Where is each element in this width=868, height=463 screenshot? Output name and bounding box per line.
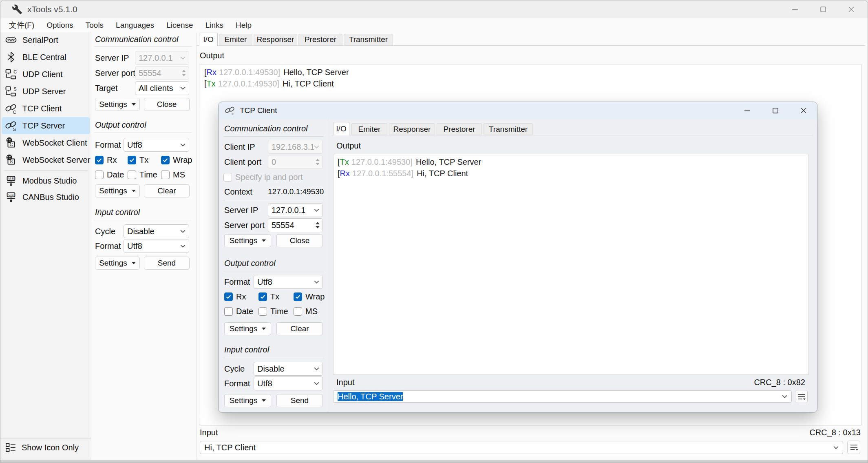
menu-item-file[interactable]: 文件(F) (3, 18, 40, 32)
section-heading-communication: Communication control (224, 124, 308, 133)
clear-button[interactable]: Clear (144, 184, 190, 197)
specify-ip-port-checkbox[interactable]: Specify ip and port (223, 172, 303, 182)
tab-transmitter[interactable]: Transmitter (344, 34, 393, 45)
date-checkbox[interactable]: Date (224, 306, 253, 317)
output-textarea[interactable]: [Tx127.0.0.1:49530]Hello, TCP Server [Rx… (333, 154, 809, 375)
divider (94, 220, 192, 220)
child-maximize-button[interactable] (766, 104, 785, 117)
tab-io[interactable]: I/O (199, 33, 218, 46)
clear-button[interactable]: Clear (276, 322, 323, 335)
spinner-arrows-icon[interactable] (314, 222, 321, 228)
server-ip-label: Server IP (95, 51, 129, 65)
sidebar-item-tcp-server[interactable]: S TCP Server (2, 117, 90, 134)
target-combobox[interactable]: All clients (135, 81, 189, 95)
menu-item-license[interactable]: License (160, 18, 199, 32)
sidebar-item-label: CANBus Studio (22, 193, 79, 202)
tab-emiter[interactable]: Emiter (219, 34, 252, 45)
sidebar-item-canbus-studio[interactable]: C.B CANBus Studio (2, 189, 90, 205)
child-window-title: TCP Client (240, 102, 277, 119)
child-close-button[interactable] (794, 104, 813, 117)
ms-checkbox[interactable]: MS (161, 169, 185, 180)
server-ip-combobox[interactable]: 127.0.0.1 (268, 203, 323, 217)
output-format-combobox[interactable]: Utf8 (254, 275, 323, 289)
input-settings-button[interactable]: Settings (95, 257, 140, 270)
time-checkbox[interactable]: Time (128, 169, 157, 180)
wrap-checkbox[interactable]: Wrap (161, 155, 192, 165)
spinner-arrows-icon[interactable] (181, 70, 187, 76)
comm-settings-button[interactable]: Settings (224, 234, 271, 247)
close-server-button[interactable]: Close (144, 98, 190, 111)
server-ip-combobox[interactable]: 127.0.0.1 (135, 51, 189, 65)
tab-responser[interactable]: Responser (389, 123, 435, 135)
websocket-server-icon: S (5, 154, 17, 166)
sidebar-item-ble-central[interactable]: BLE Central (2, 49, 90, 66)
send-button[interactable]: Send (144, 257, 190, 270)
client-port-spinbox[interactable]: 0 (268, 155, 323, 169)
input-menu-button[interactable] (795, 390, 808, 403)
divider (223, 358, 324, 358)
output-line: [Tx127.0.0.1:49530]Hi, TCP Client (204, 78, 857, 89)
time-checkbox[interactable]: Time (258, 306, 288, 317)
tab-prestorer[interactable]: Prestorer (437, 123, 482, 135)
show-icon-only-toggle[interactable]: Show Icon Only (0, 439, 91, 456)
hamburger-menu-icon (850, 444, 858, 451)
splitter-handle[interactable] (328, 119, 328, 413)
sidebar-item-modbus-studio[interactable]: M.B Modbus Studio (2, 173, 90, 189)
server-port-spinbox[interactable]: 55554 (135, 66, 189, 80)
tx-checkbox[interactable]: Tx (128, 155, 148, 165)
spinner-arrows-icon[interactable] (314, 159, 321, 165)
cycle-combobox[interactable]: Disable (124, 224, 189, 238)
tab-responser[interactable]: Responser (254, 34, 297, 45)
input-format-label: Format (95, 239, 121, 253)
divider (223, 136, 324, 137)
input-format-combobox[interactable]: Utf8 (254, 377, 323, 390)
menu-item-links[interactable]: Links (199, 18, 230, 32)
tab-transmitter[interactable]: Transmitter (484, 123, 533, 135)
sidebar-item-udp-client[interactable]: C UDP Client (2, 66, 90, 83)
child-minimize-button[interactable] (738, 104, 757, 117)
tab-io[interactable]: I/O (333, 122, 349, 135)
sidebar-item-websocket-client[interactable]: C WebSocket Client (2, 134, 90, 151)
svg-text:S: S (10, 159, 13, 164)
selected-text: Hello, TCP Server (338, 392, 403, 401)
serial-port-icon (5, 34, 17, 46)
input-label: Input (200, 426, 218, 439)
sidebar-item-tcp-client[interactable]: C TCP Client (2, 100, 90, 117)
tab-prestorer[interactable]: Prestorer (298, 34, 342, 45)
sidebar-item-websocket-server[interactable]: S WebSocket Server (2, 151, 90, 168)
ms-checkbox[interactable]: MS (294, 306, 318, 317)
close-button[interactable] (838, 2, 865, 17)
send-input-combobox[interactable]: Hello, TCP Server (333, 390, 792, 403)
input-settings-button[interactable]: Settings (224, 394, 271, 407)
tab-emiter[interactable]: Emiter (351, 123, 387, 135)
send-input-combobox[interactable]: Hi, TCP Client (200, 441, 843, 454)
menu-item-help[interactable]: Help (230, 18, 258, 32)
close-connection-button[interactable]: Close (276, 234, 323, 247)
menu-item-languages[interactable]: Languages (110, 18, 160, 32)
output-settings-button[interactable]: Settings (224, 322, 271, 335)
sidebar-separator (4, 170, 88, 171)
output-settings-button[interactable]: Settings (95, 184, 140, 197)
cycle-combobox[interactable]: Disable (254, 362, 323, 376)
sidebar-item-udp-server[interactable]: S UDP Server (2, 83, 90, 100)
input-format-combobox[interactable]: Utf8 (124, 239, 189, 253)
send-button[interactable]: Send (276, 394, 323, 407)
tx-checkbox[interactable]: Tx (258, 291, 279, 302)
menu-item-tools[interactable]: Tools (80, 18, 110, 32)
output-format-combobox[interactable]: Utf8 (124, 138, 189, 152)
client-ip-label: Client IP (224, 140, 255, 154)
maximize-button[interactable] (810, 2, 837, 17)
splitter-handle[interactable] (197, 32, 197, 460)
input-menu-button[interactable] (847, 441, 860, 454)
sidebar-item-serialport[interactable]: SerialPort (2, 31, 90, 49)
wrap-checkbox[interactable]: Wrap (294, 291, 325, 302)
rx-checkbox[interactable]: Rx (224, 291, 246, 302)
date-checkbox[interactable]: Date (95, 169, 124, 180)
client-ip-combobox[interactable]: 192.168.3.10 (268, 140, 323, 154)
menu-item-options[interactable]: Options (40, 18, 79, 32)
chevron-down-icon (314, 208, 319, 212)
rx-checkbox[interactable]: Rx (95, 155, 117, 165)
server-port-spinbox[interactable]: 55554 (268, 218, 323, 232)
minimize-button[interactable] (782, 2, 808, 17)
comm-settings-button[interactable]: Settings (95, 98, 140, 111)
